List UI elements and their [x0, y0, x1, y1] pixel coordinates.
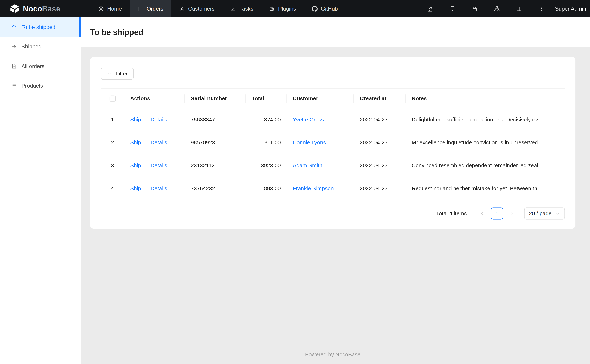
customer-link[interactable]: Frankie Simpson	[293, 185, 334, 191]
column-header-total: Total	[246, 89, 287, 108]
apartment-icon	[494, 5, 500, 12]
total-cell: 3923.00	[246, 154, 287, 177]
page-size-value: 20 / page	[529, 211, 552, 216]
pagination-page-1[interactable]: 1	[491, 208, 503, 219]
nav-item-github[interactable]: GitHub	[304, 0, 346, 17]
action-divider	[146, 186, 146, 191]
orders-icon	[138, 6, 143, 11]
top-navigation: Home Orders Customers Tasks Plugins GitH…	[90, 0, 346, 17]
details-link[interactable]: Details	[151, 162, 167, 168]
ship-link[interactable]: Ship	[130, 185, 141, 191]
row-index: 3	[101, 154, 124, 177]
home-icon	[98, 6, 104, 11]
table-row: 4 ShipDetails 73764232 893.00 Frankie Si…	[101, 177, 565, 200]
action-divider	[146, 140, 146, 145]
arrow-right-icon	[11, 44, 17, 50]
highlighter-icon	[427, 5, 434, 12]
customer-link[interactable]: Adam Smith	[293, 162, 323, 168]
mobile-button[interactable]	[444, 0, 461, 17]
nav-item-plugins[interactable]: Plugins	[261, 0, 304, 17]
sidebar-item-all-orders[interactable]: All orders	[0, 57, 80, 76]
sidebar-item-shipped[interactable]: Shipped	[0, 37, 80, 57]
total-cell: 874.00	[246, 108, 287, 131]
column-header-actions: Actions	[124, 89, 185, 108]
layout-icon	[516, 5, 523, 12]
customer-link[interactable]: Connie Lyons	[293, 139, 326, 145]
select-all-checkbox[interactable]	[110, 96, 115, 102]
nav-item-label: Plugins	[278, 6, 296, 12]
customer-cell: Connie Lyons	[287, 131, 354, 154]
lock-button[interactable]	[467, 0, 483, 17]
row-index: 2	[101, 131, 124, 154]
filter-icon	[107, 71, 112, 76]
github-icon	[312, 6, 317, 11]
chevron-left-icon	[480, 211, 484, 216]
table-row: 1 ShipDetails 75638347 874.00 Yvette Gro…	[101, 108, 565, 131]
column-header-select	[101, 89, 124, 108]
more-button[interactable]	[533, 0, 550, 17]
nav-item-home[interactable]: Home	[90, 0, 130, 17]
api-button[interactable]	[489, 0, 505, 17]
serial-number-cell: 75638347	[185, 108, 245, 131]
notes-cell: Convinced resembled dependent remainder …	[405, 154, 565, 177]
more-vertical-icon	[538, 5, 545, 12]
logo-cube-icon	[10, 4, 20, 13]
lock-icon	[471, 5, 478, 12]
file-icon	[11, 63, 17, 69]
nav-item-orders[interactable]: Orders	[130, 0, 171, 17]
sidebar-item-label: Products	[21, 83, 43, 89]
tasks-icon	[230, 6, 236, 11]
serial-number-cell: 98570923	[185, 131, 245, 154]
nav-item-tasks[interactable]: Tasks	[222, 0, 261, 17]
pagination-next-button[interactable]	[506, 208, 518, 219]
nav-item-label: GitHub	[321, 6, 338, 12]
column-header-notes: Notes	[405, 89, 565, 108]
notes-cell: Request norland neither mistake for yet.…	[405, 177, 565, 200]
details-link[interactable]: Details	[151, 139, 167, 145]
plugins-icon	[269, 6, 275, 11]
orders-card: Filter Actions Serial number	[90, 57, 575, 228]
sidebar-item-to-be-shipped[interactable]: To be shipped	[0, 17, 80, 37]
serial-number-cell: 73764232	[185, 177, 245, 200]
layout-button[interactable]	[511, 0, 527, 17]
table-row: 3 ShipDetails 23132112 3923.00 Adam Smit…	[101, 154, 565, 177]
user-menu[interactable]: Super Admin	[555, 6, 586, 12]
ship-link[interactable]: Ship	[130, 162, 141, 168]
customer-link[interactable]: Yvette Gross	[293, 117, 324, 123]
nocobase-logo[interactable]: NocoBase	[0, 0, 81, 17]
mobile-icon	[450, 5, 456, 12]
page-size-select[interactable]: 20 / page	[524, 208, 565, 219]
pagination: Total 4 items 1 20 / page	[101, 208, 565, 219]
ui-editor-button[interactable]	[422, 0, 439, 17]
created-at-cell: 2022-04-27	[354, 131, 406, 154]
row-actions: ShipDetails	[124, 131, 185, 154]
customer-cell: Frankie Simpson	[287, 177, 354, 200]
details-link[interactable]: Details	[151, 185, 167, 191]
orders-table: Actions Serial number Total Customer Cre…	[101, 88, 565, 200]
footer-text: Powered by NocoBase	[90, 345, 575, 364]
nav-item-label: Orders	[146, 6, 163, 12]
arrow-up-icon	[11, 24, 17, 30]
column-header-serial-number: Serial number	[185, 89, 245, 108]
notes-cell: Mr excellence inquietude conviction is i…	[405, 131, 565, 154]
content-area: Filter Actions Serial number	[81, 47, 590, 364]
row-actions: ShipDetails	[124, 177, 185, 200]
column-header-customer: Customer	[287, 89, 354, 108]
chevron-right-icon	[510, 211, 514, 216]
ship-link[interactable]: Ship	[130, 117, 141, 123]
pagination-prev-button[interactable]	[476, 208, 488, 219]
total-cell: 893.00	[246, 177, 287, 200]
pagination-total: Total 4 items	[436, 211, 467, 216]
page-title: To be shipped	[90, 28, 143, 37]
sidebar-item-products[interactable]: Products	[0, 76, 80, 96]
created-at-cell: 2022-04-27	[354, 108, 406, 131]
filter-button[interactable]: Filter	[101, 68, 134, 80]
ship-link[interactable]: Ship	[130, 139, 141, 145]
nav-item-customers[interactable]: Customers	[171, 0, 222, 17]
row-actions: ShipDetails	[124, 108, 185, 131]
total-cell: 311.00	[246, 131, 287, 154]
details-link[interactable]: Details	[151, 117, 167, 123]
orders-table-wrap: Actions Serial number Total Customer Cre…	[101, 88, 565, 200]
table-row: 2 ShipDetails 98570923 311.00 Connie Lyo…	[101, 131, 565, 154]
created-at-cell: 2022-04-27	[354, 154, 406, 177]
